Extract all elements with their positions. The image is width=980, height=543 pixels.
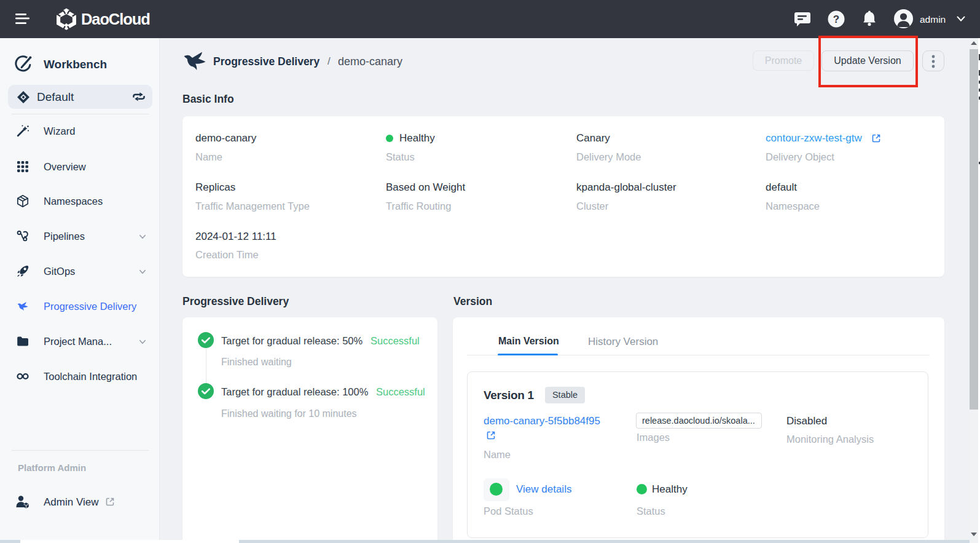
svg-text:?: ? [833,14,839,25]
